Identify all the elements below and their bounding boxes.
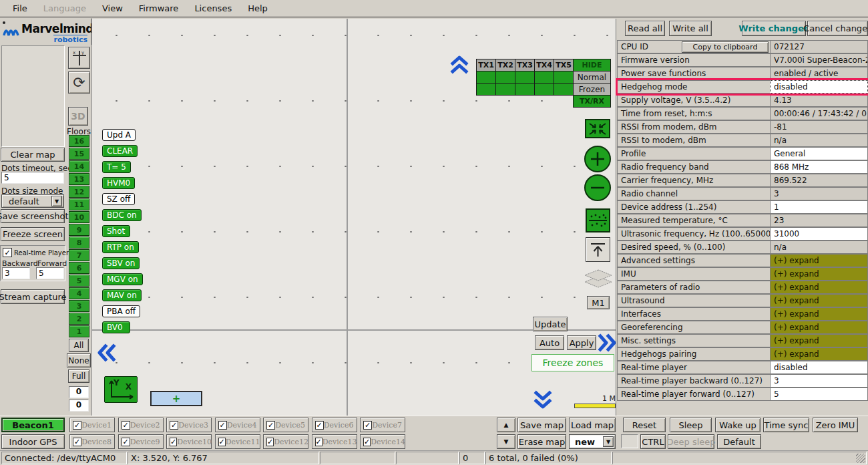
param-expand-button[interactable]: (+) expand	[770, 307, 868, 321]
param-value[interactable]: 3	[770, 374, 868, 388]
default-button[interactable]: Default	[717, 434, 761, 449]
dots-size-select[interactable]: default ▼	[1, 194, 64, 208]
device-checkbox[interactable]: ✓	[363, 438, 371, 446]
device-toggle-device13[interactable]: ✓Device13	[312, 434, 357, 449]
tx-header-tx3[interactable]: TX3	[515, 59, 535, 71]
dots-display-icon[interactable]	[586, 208, 610, 232]
device-toggle-device10[interactable]: ✓Device10	[166, 434, 212, 449]
param-expand-button[interactable]: (+) expand	[770, 321, 868, 334]
tx-cell[interactable]	[495, 83, 515, 96]
map-toggle-upd-a[interactable]: Upd A	[102, 129, 136, 141]
param-value[interactable]: 868 MHz	[770, 160, 868, 174]
device-toggle-device2[interactable]: ✓Device2	[118, 418, 164, 432]
device-checkbox[interactable]: ✓	[122, 421, 130, 430]
ctrl-button[interactable]: CTRL	[640, 434, 666, 449]
tx-header-tx4[interactable]: TX4	[534, 59, 554, 71]
reset-button[interactable]: Reset	[623, 418, 666, 432]
floors-all-button[interactable]: All	[69, 339, 89, 352]
floor-counter-1[interactable]: 0	[69, 386, 89, 398]
xy-axes-icon[interactable]: xy	[68, 47, 90, 69]
device-toggle-device11[interactable]: ✓Device11	[215, 434, 260, 449]
floor-button-7[interactable]: 7	[69, 249, 89, 261]
param-value[interactable]: disabled	[770, 361, 868, 374]
floor-button-6[interactable]: 6	[69, 262, 89, 274]
menu-item-firmware[interactable]: Firmware	[132, 1, 186, 15]
menu-item-language[interactable]: Language	[36, 1, 93, 15]
load-map-button[interactable]: Load map	[569, 418, 616, 432]
floor-button-4[interactable]: 4	[69, 287, 89, 299]
device-checkbox[interactable]: ✓	[315, 421, 324, 430]
param-value[interactable]: disabled	[770, 80, 868, 94]
param-expand-button[interactable]: (+) expand	[770, 281, 868, 294]
param-expand-button[interactable]: (+) expand	[770, 294, 868, 307]
menu-item-help[interactable]: Help	[240, 1, 275, 15]
save-screenshot-button[interactable]: Save screenshot	[1, 209, 65, 223]
freeze-screen-button[interactable]: Freeze screen	[1, 227, 65, 241]
map-toggle-shot[interactable]: Shot	[102, 225, 130, 237]
map-toggle-hvm0[interactable]: HVM0	[102, 177, 135, 189]
param-value[interactable]: 23	[770, 214, 868, 227]
map-toggle-sz-off[interactable]: SZ off	[102, 193, 135, 205]
menu-item-licenses[interactable]: Licenses	[187, 1, 239, 15]
tx-hide-button[interactable]: HIDE	[573, 59, 611, 71]
param-value[interactable]: enabled / active	[770, 67, 868, 80]
device-toggle-device4[interactable]: ✓Device4	[215, 418, 260, 432]
tx-row-normal[interactable]: Normal	[573, 71, 611, 84]
map-toggle-bdc-on[interactable]: BDC on	[102, 209, 142, 221]
floors-none-button[interactable]: None	[67, 353, 91, 367]
layers-icon[interactable]	[584, 269, 613, 291]
device-toggle-device12[interactable]: ✓Device12	[263, 434, 308, 449]
zoom-out-icon[interactable]	[584, 174, 611, 201]
map-canvas[interactable]: Upd ACLEART= 5HVM0SZ offBDC onShotRTP on…	[91, 19, 616, 416]
param-value[interactable]: -81	[770, 120, 868, 134]
floor-button-14[interactable]: 14	[69, 160, 89, 172]
chevron-down-icon[interactable]	[533, 390, 552, 409]
device-toggle-device6[interactable]: ✓Device6	[312, 418, 357, 432]
map-toggle-mgv-on[interactable]: MGV on	[102, 273, 143, 285]
update-button[interactable]: Update	[533, 317, 568, 331]
device-toggle-device14[interactable]: ✓Device14	[360, 434, 405, 449]
map-toggle-rtp-on[interactable]: RTP on	[102, 241, 139, 253]
param-expand-button[interactable]: (+) expand	[770, 254, 868, 267]
param-value[interactable]: 3	[770, 187, 868, 200]
device-checkbox[interactable]: ✓	[266, 438, 274, 446]
tx-cell[interactable]	[476, 71, 496, 84]
param-value[interactable]: 31000	[770, 227, 868, 241]
tx-header-tx2[interactable]: TX2	[495, 59, 515, 71]
floor-button-15[interactable]: 15	[69, 148, 89, 160]
beacon1-button[interactable]: Beacon1	[1, 418, 65, 432]
map-toggle-clear[interactable]: CLEAR	[102, 145, 138, 157]
auto-button[interactable]: Auto	[535, 335, 564, 350]
tx-cell[interactable]	[534, 83, 554, 96]
device-checkbox[interactable]: ✓	[170, 438, 177, 446]
cancel-changes-button[interactable]: Cancel changes	[807, 21, 868, 36]
device-checkbox[interactable]: ✓	[218, 438, 226, 446]
chevron-up-icon[interactable]	[450, 55, 469, 74]
ctrl-checkbox[interactable]	[621, 434, 638, 448]
map-toggle-pba-off[interactable]: PBA off	[102, 305, 140, 317]
floor-button-13[interactable]: 13	[69, 173, 89, 185]
tx-header-tx1[interactable]: TX1	[476, 59, 496, 71]
freeze-zones-button[interactable]: Freeze zones	[531, 354, 614, 371]
scroll-up-button[interactable]: ▲	[497, 418, 515, 432]
map-toggle-bv0[interactable]: BV0	[102, 321, 130, 333]
param-value[interactable]: 00:00:46 / 17:43:42 / 0	[770, 107, 868, 120]
time-sync-button[interactable]: Time sync	[763, 418, 809, 432]
map-toggle-sbv-on[interactable]: SBV on	[102, 257, 140, 269]
tx-cell[interactable]	[495, 71, 515, 84]
dots-timeout-input[interactable]	[1, 172, 64, 184]
param-value[interactable]: V7.000i Super-Beacon-2	[770, 53, 868, 67]
wake-up-button[interactable]: Wake up	[715, 418, 761, 432]
write-changes-button[interactable]: Write changes	[742, 21, 806, 36]
tx-cell[interactable]	[554, 83, 574, 96]
clear-map-button[interactable]: Clear map	[1, 148, 65, 162]
chevron-left-icon[interactable]	[97, 343, 116, 362]
axes-orientation-icon[interactable]: Y X	[104, 376, 138, 403]
floor-counter-2[interactable]: 0	[69, 400, 89, 412]
param-value[interactable]: General	[770, 147, 868, 160]
device-checkbox[interactable]: ✓	[73, 438, 81, 446]
backward-input[interactable]	[2, 267, 30, 279]
rotate-icon[interactable]: ⟳	[68, 71, 90, 94]
forward-input[interactable]	[36, 267, 64, 279]
param-value[interactable]: 5	[770, 388, 868, 401]
